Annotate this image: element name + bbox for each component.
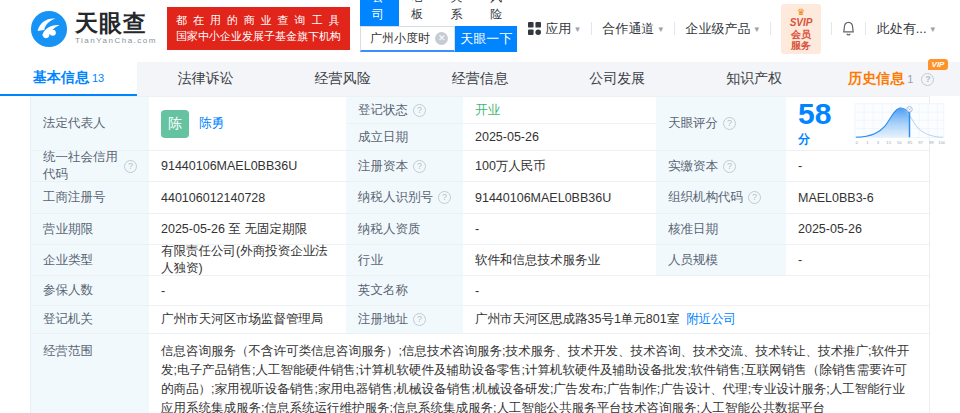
tianyancha-logo-icon [30, 10, 68, 48]
org-code-value: MAEL0BB3-6 [786, 182, 929, 213]
menu-apps[interactable]: 应用 ▾ [517, 20, 591, 38]
tab-operation-info[interactable]: 经营信息 [411, 62, 548, 96]
reg-address-value: 广州市天河区思成路35号1单元801室 附近公司 [463, 306, 929, 333]
search-tab-risk[interactable]: 查风险 [478, 0, 517, 26]
search-area: 查公司 查老板 查关系 查风险 ✕ 天眼一下 [360, 5, 517, 52]
svg-text:100: 100 [938, 140, 945, 145]
tab-label: 历史信息 [848, 70, 904, 88]
svg-text:97: 97 [918, 140, 923, 145]
tab-legal-proceedings[interactable]: 法律诉讼 [137, 62, 274, 96]
business-scope-value: 信息咨询服务（不含许可类信息咨询服务）;信息技术咨询服务;技术服务、技术开发、技… [149, 334, 929, 413]
nearby-companies-link[interactable]: 附近公司 [686, 311, 736, 328]
slogan-line-1: 都在用的商业查询工具 [176, 13, 341, 29]
company-type-value: 有限责任公司(外商投资企业法人独资) [149, 245, 346, 275]
establish-date-value: 2025-05-26 [463, 124, 656, 150]
english-name-value: - [463, 276, 929, 305]
menu-apps-label: 应用 [545, 20, 571, 38]
credit-code-label: 统一社会信用代码? [31, 151, 149, 181]
menu-more[interactable]: 此处有... ▾ [866, 20, 946, 38]
reg-number-label: 工商注册号 [31, 182, 149, 213]
menu-partner-label: 合作通道 [602, 20, 654, 38]
english-name-label: 英文名称 [346, 276, 463, 305]
tab-count: 13 [92, 72, 104, 84]
vip-badge: VIP [928, 59, 949, 70]
svg-text:50: 50 [897, 140, 902, 145]
reg-capital-label: 注册资本? [346, 151, 463, 181]
score-unit: 分 [798, 132, 810, 146]
question-icon[interactable]: ? [124, 160, 137, 173]
slogan-banner: 都在用的商业查询工具 国家中小企业发展子基金旗下机构 [167, 7, 350, 51]
credit-code-value: 91440106MAEL0BB36U [149, 151, 346, 181]
brand-domain: TianYanCha.com [75, 37, 157, 45]
question-icon[interactable]: ? [413, 160, 426, 173]
tab-label: 基本信息 [33, 69, 89, 87]
reg-authority-label: 登记机关 [31, 306, 149, 333]
menu-enterprise-label: 企业级产品 [686, 20, 751, 38]
question-icon[interactable]: ? [413, 313, 426, 326]
table-row: 工商注册号 440106012140728 纳税人识别号? 91440106MA… [31, 182, 929, 214]
question-icon[interactable]: ? [723, 117, 736, 130]
paid-capital-label: 实缴资本? [656, 151, 786, 181]
industry-label: 行业 [346, 245, 463, 275]
business-scope-label: 经营范围 [31, 334, 149, 413]
table-row: 营业期限 2025-05-26 至 无固定期限 纳税人资质 - 核准日期 202… [31, 214, 929, 245]
menu-enterprise[interactable]: 企业级产品 ▾ [675, 20, 771, 38]
crown-icon: ♛ [797, 7, 805, 17]
svg-text:15: 15 [886, 140, 891, 145]
question-icon[interactable]: ? [723, 160, 736, 173]
reg-capital-value: 100万人民币 [463, 151, 656, 181]
legal-rep-label: 法定代表人 [31, 97, 149, 150]
industry-value: 软件和信息技术服务业 [463, 245, 656, 275]
taxpayer-id-label: 纳税人识别号? [346, 182, 463, 213]
tianyancha-logo[interactable]: 天眼查 TianYanCha.com [30, 10, 157, 48]
search-tabs: 查公司 查老板 查关系 查风险 [360, 5, 517, 26]
menu-more-label: 此处有... [877, 20, 927, 38]
table-row: 登记机关 广州市天河区市场监督管理局 注册地址? 广州市天河区思成路35号1单元… [31, 306, 929, 334]
tab-history-info[interactable]: 历史信息 1 ? VIP [823, 62, 960, 96]
score-distribution-chart: 0 1 3 15 50 85 97 99 100 [854, 100, 946, 148]
member-service-label: 会员服务 [789, 29, 814, 52]
staff-size-label: 人员规模 [656, 245, 786, 275]
taxpayer-quality-label: 纳税人资质 [346, 214, 463, 244]
tab-intellectual-property[interactable]: 知识产权 [686, 62, 823, 96]
search-tab-relation[interactable]: 查关系 [439, 0, 478, 26]
question-icon[interactable]: ? [438, 191, 451, 204]
svg-text:1: 1 [866, 140, 869, 145]
table-row: 经营范围 信息咨询服务（不含许可类信息咨询服务）;信息技术咨询服务;技术服务、技… [31, 334, 929, 413]
tab-basic-info[interactable]: 基本信息13 [0, 62, 137, 96]
chevron-down-icon: ▾ [755, 24, 760, 34]
chevron-down-icon: ▾ [658, 24, 663, 34]
divider [770, 22, 771, 35]
taxpayer-id-value: 91440106MAEL0BB36U [463, 182, 656, 213]
svg-text:99: 99 [929, 140, 934, 145]
question-icon[interactable]: ? [413, 104, 426, 117]
svip-member-badge[interactable]: ♛ SVIP 会员服务 [781, 4, 822, 54]
reg-status-label: 登记状态? [346, 97, 463, 123]
search-tab-company[interactable]: 查公司 [360, 0, 399, 26]
avatar[interactable]: 陈 [161, 110, 189, 138]
svg-text:3: 3 [876, 140, 879, 145]
svg-text:0: 0 [855, 140, 858, 145]
table-row: 统一社会信用代码? 91440106MAEL0BB36U 注册资本? 100万人… [31, 151, 929, 182]
tianyan-score[interactable]: 58分 0 1 3 [786, 97, 957, 150]
staff-size-value: - [786, 245, 929, 275]
question-icon[interactable]: ? [748, 191, 761, 204]
search-button[interactable]: 天眼一下 [455, 26, 517, 52]
top-header: 天眼查 TianYanCha.com 都在用的商业查询工具 国家中小企业发展子基… [0, 0, 960, 57]
tab-company-development[interactable]: 公司发展 [549, 62, 686, 96]
notification-bell-icon[interactable] [832, 21, 865, 37]
menu-partner[interactable]: 合作通道 ▾ [591, 20, 674, 38]
taxpayer-quality-value: - [463, 214, 656, 244]
reg-address-label: 注册地址? [346, 306, 463, 333]
score-value: 58 [798, 97, 831, 130]
legal-rep-link[interactable]: 陈勇 [199, 115, 224, 132]
svg-text:85: 85 [907, 140, 912, 145]
paid-capital-value: - [786, 151, 929, 181]
tab-operation-risk[interactable]: 经营风险 [274, 62, 411, 96]
table-row: 参保人数 - 英文名称 - [31, 276, 929, 306]
question-icon[interactable]: ? [921, 73, 934, 86]
reg-authority-value: 广州市天河区市场监督管理局 [149, 306, 346, 333]
company-type-label: 企业类型 [31, 245, 149, 275]
search-tab-boss[interactable]: 查老板 [399, 0, 438, 26]
business-term-value: 2025-05-26 至 无固定期限 [149, 214, 346, 244]
